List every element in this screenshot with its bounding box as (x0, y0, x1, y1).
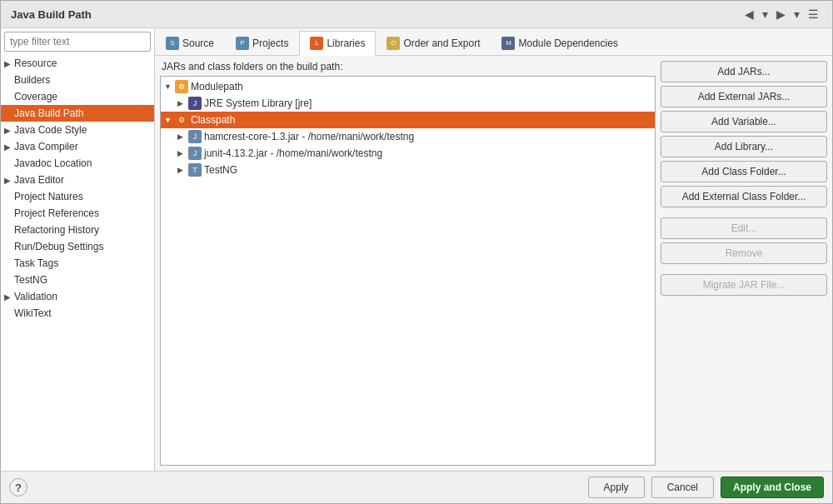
tree-item-hamcrest[interactable]: ▶ J hamcrest-core-1.3.jar - /home/mani/w… (174, 128, 655, 145)
sidebar-item-label: Run/Debug Settings (14, 241, 103, 252)
bottom-right: Apply Cancel Apply and Close (588, 477, 824, 498)
dialog-title: Java Build Path (11, 8, 92, 21)
order-icon: O (387, 37, 400, 50)
add-external-jars-button[interactable]: Add External JARs... (661, 86, 827, 107)
migrate-jar-button[interactable]: Migrate JAR File... (661, 274, 827, 296)
sidebar-item-label: Validation (14, 291, 57, 302)
expand-arrow-icon: ▼ (164, 116, 172, 124)
sidebar-item-label: Refactoring History (14, 224, 99, 236)
tabs-bar: S Source P Projects L Libraries O Order … (155, 28, 832, 56)
expand-arrow-icon: ▶ (177, 132, 186, 141)
sidebar-item-label: Task Tags (14, 257, 58, 269)
sidebar-item-label: WikiText (14, 307, 52, 319)
sidebar-item-builders[interactable]: Builders (1, 72, 154, 88)
tree-item-label: Classpath (191, 114, 235, 126)
sidebar-item-java-editor[interactable]: ▶ Java Editor (1, 172, 154, 188)
back-dropdown-button[interactable]: ▾ (759, 6, 771, 22)
tree-item-testng-lib[interactable]: ▶ T TestNG (174, 162, 655, 178)
tab-module-dependencies[interactable]: M Module Dependencies (491, 31, 628, 55)
sidebar-item-java-code-style[interactable]: ▶ Java Code Style (1, 122, 154, 138)
content-area: ▶ Resource Builders Coverage Java Build … (1, 28, 832, 471)
forward-dropdown-button[interactable]: ▾ (791, 6, 803, 22)
header-icons: ◀ ▾ ▶ ▾ ☰ (741, 6, 822, 22)
tree-item-modulepath[interactable]: ▼ ⚙ Modulepath (161, 78, 655, 95)
tab-order-export[interactable]: O Order and Export (376, 31, 491, 55)
projects-icon: P (236, 37, 249, 50)
arrow-icon: ▶ (4, 292, 11, 302)
sidebar-item-task-tags[interactable]: Task Tags (1, 255, 154, 272)
apply-button[interactable]: Apply (588, 477, 645, 498)
sidebar-item-label: Java Editor (14, 174, 64, 186)
testng-icon: T (188, 163, 202, 177)
bottom-left: ? (9, 478, 27, 497)
tree-item-label: JRE System Library [jre] (204, 97, 312, 109)
tree-item-jre[interactable]: ▶ J JRE System Library [jre] (174, 95, 655, 112)
sidebar-item-label: Project Natures (14, 191, 83, 202)
tree-label: JARs and class folders on the build path… (160, 61, 656, 72)
tab-projects[interactable]: P Projects (225, 31, 299, 55)
sidebar-item-label: Java Build Path (14, 107, 83, 119)
tree-item-label: junit-4.13.2.jar - /home/mani/work/testn… (204, 147, 382, 159)
sidebar-item-testng[interactable]: TestNG (1, 272, 154, 288)
expand-arrow-icon: ▶ (177, 99, 186, 107)
add-variable-button[interactable]: Add Variable... (661, 111, 827, 132)
main-panel: S Source P Projects L Libraries O Order … (155, 28, 832, 471)
buttons-panel: Add JARs... Add External JARs... Add Var… (661, 61, 827, 466)
add-library-button[interactable]: Add Library... (661, 136, 827, 157)
tab-libraries[interactable]: L Libraries (299, 31, 376, 56)
sidebar-item-validation[interactable]: ▶ Validation (1, 288, 154, 305)
tree-item-label: hamcrest-core-1.3.jar - /home/mani/work/… (204, 131, 414, 142)
arrow-icon: ▶ (4, 126, 11, 135)
sidebar-item-java-build-path[interactable]: Java Build Path (1, 105, 154, 122)
jar-icon: J (188, 130, 202, 143)
sidebar: ▶ Resource Builders Coverage Java Build … (1, 28, 155, 471)
remove-button[interactable]: Remove (661, 242, 827, 264)
add-external-class-folder-button[interactable]: Add External Class Folder... (661, 186, 827, 207)
sidebar-item-refactoring-history[interactable]: Refactoring History (1, 222, 154, 238)
sidebar-item-javadoc-location[interactable]: Javadoc Location (1, 155, 154, 172)
jar-icon: J (188, 147, 202, 160)
sidebar-item-project-references[interactable]: Project References (1, 205, 154, 222)
apply-close-button[interactable]: Apply and Close (721, 477, 824, 498)
tree-section: JARs and class folders on the build path… (160, 61, 656, 466)
tree-container[interactable]: ▼ ⚙ Modulepath ▶ J JRE System Library [j… (160, 76, 656, 466)
panel-content: JARs and class folders on the build path… (155, 56, 832, 471)
expand-arrow-icon: ▶ (177, 149, 186, 157)
sidebar-item-resource[interactable]: ▶ Resource (1, 55, 154, 72)
add-jars-button[interactable]: Add JARs... (661, 61, 827, 82)
sidebar-item-label: Coverage (14, 91, 57, 102)
expand-arrow-icon: ▼ (164, 82, 172, 91)
modulepath-icon: ⚙ (175, 80, 188, 93)
tab-source[interactable]: S Source (155, 31, 225, 55)
tree-item-junit[interactable]: ▶ J junit-4.13.2.jar - /home/mani/work/t… (174, 145, 655, 162)
menu-button[interactable]: ☰ (805, 6, 822, 22)
sidebar-item-label: TestNG (14, 274, 47, 286)
sidebar-item-project-natures[interactable]: Project Natures (1, 188, 154, 205)
sidebar-item-java-compiler[interactable]: ▶ Java Compiler (1, 138, 154, 155)
tab-order-export-label: Order and Export (403, 37, 480, 49)
tab-projects-label: Projects (252, 37, 288, 49)
help-button[interactable]: ? (9, 478, 27, 497)
sidebar-item-coverage[interactable]: Coverage (1, 88, 154, 105)
tree-item-classpath[interactable]: ▼ ⚙ Classpath (161, 112, 655, 128)
sidebar-item-label: Project References (14, 207, 99, 219)
tab-libraries-label: Libraries (327, 37, 365, 49)
sidebar-item-run-debug-settings[interactable]: Run/Debug Settings (1, 238, 154, 255)
cancel-button[interactable]: Cancel (651, 477, 714, 498)
arrow-icon: ▶ (4, 176, 11, 185)
dialog-header: Java Build Path ◀ ▾ ▶ ▾ ☰ (1, 1, 832, 28)
arrow-icon: ▶ (4, 59, 11, 68)
filter-input[interactable] (4, 32, 151, 52)
sidebar-item-label: Java Code Style (14, 124, 87, 136)
add-class-folder-button[interactable]: Add Class Folder... (661, 161, 827, 182)
forward-button[interactable]: ▶ (773, 6, 789, 22)
back-button[interactable]: ◀ (741, 6, 757, 22)
sidebar-item-label: Java Compiler (14, 141, 78, 152)
jre-icon: J (188, 97, 202, 110)
dialog: Java Build Path ◀ ▾ ▶ ▾ ☰ ▶ Resource Bui… (0, 0, 833, 504)
source-icon: S (166, 37, 179, 50)
bottom-bar: ? Apply Cancel Apply and Close (1, 471, 832, 503)
expand-arrow-icon: ▶ (177, 166, 186, 174)
sidebar-item-wikitext[interactable]: WikiText (1, 305, 154, 322)
edit-button[interactable]: Edit... (661, 217, 827, 239)
